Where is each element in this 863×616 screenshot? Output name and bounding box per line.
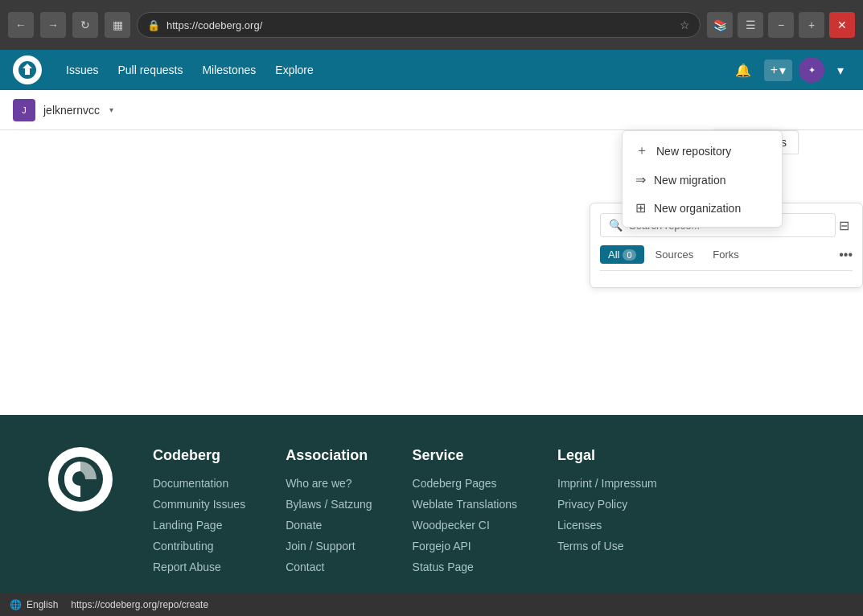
footer-columns: Codeberg Documentation Community Issues …: [153, 447, 823, 581]
user-menu-button[interactable]: ▾: [831, 58, 850, 83]
nav-milestones[interactable]: Milestones: [194, 59, 264, 81]
maximize-button[interactable]: +: [799, 12, 824, 38]
all-count: 0: [623, 249, 635, 261]
avatar-letter: J: [22, 105, 27, 115]
list-item: Licenses: [557, 519, 657, 532]
browser-chrome: ← → ↻ ▦ 🔒 https://codeberg.org/ ☆ 📚 ☰ − …: [0, 0, 863, 50]
list-item: Who are we?: [286, 477, 372, 490]
main-nav: Issues Pull requests Milestones Explore: [58, 59, 713, 81]
footer-col-codeberg: Codeberg Documentation Community Issues …: [153, 447, 245, 581]
notification-button[interactable]: 🔔: [729, 58, 758, 83]
new-migration-item[interactable]: ⇒ New migration: [623, 166, 782, 194]
list-item: Contributing: [153, 540, 245, 552]
address-bar[interactable]: 🔒 https://codeberg.org/ ☆: [137, 12, 701, 38]
avatar-icon: ✦: [808, 65, 816, 76]
user-avatar-button[interactable]: ✦: [799, 57, 824, 83]
footer-link-imprint[interactable]: Imprint / Impressum: [557, 477, 657, 490]
footer-link-status[interactable]: Status Page: [413, 561, 474, 573]
search-icon: 🔍: [609, 219, 623, 232]
footer-link-codeberg-pages[interactable]: Codeberg Pages: [413, 477, 497, 490]
main-content: Repositories ＋ New repository ⇒ New migr…: [0, 130, 863, 415]
user-avatar-small: J: [13, 99, 35, 121]
tab-sources[interactable]: Sources: [647, 245, 702, 264]
footer-link-documentation[interactable]: Documentation: [153, 477, 228, 490]
plus-square-icon: ＋: [635, 142, 648, 159]
bookmarks-button[interactable]: 📚: [707, 12, 733, 38]
footer-link-who-are-we[interactable]: Who are we?: [286, 477, 351, 490]
plus-icon: +: [771, 63, 778, 77]
footer-heading-service: Service: [413, 447, 517, 464]
list-item: Status Page: [413, 561, 517, 573]
create-button[interactable]: + ▾: [764, 60, 792, 81]
footer-link-licenses[interactable]: Licenses: [557, 519, 602, 532]
new-migration-label: New migration: [654, 174, 725, 187]
hamburger-button[interactable]: ☰: [738, 12, 763, 38]
footer-link-privacy[interactable]: Privacy Policy: [557, 498, 627, 511]
footer-link-woodpecker[interactable]: Woodpecker CI: [413, 519, 490, 532]
status-url: https://codeberg.org/repo/create: [71, 599, 208, 610]
status-bar: 🌐 English https://codeberg.org/repo/crea…: [0, 593, 863, 616]
footer-link-donate[interactable]: Donate: [286, 519, 322, 532]
bookmark-icon[interactable]: ☆: [680, 18, 690, 31]
new-tab-button[interactable]: ▦: [105, 12, 130, 38]
footer-list-service: Codeberg Pages Weblate Translations Wood…: [413, 477, 517, 573]
new-repository-label: New repository: [656, 145, 731, 158]
header-right: 🔔 + ▾ ✦ ▾: [729, 57, 850, 83]
new-organization-item[interactable]: ⊞ New organization: [623, 194, 782, 222]
footer-heading-legal: Legal: [557, 447, 657, 464]
nav-pull-requests[interactable]: Pull requests: [109, 59, 191, 81]
list-item: Imprint / Impressum: [557, 477, 657, 490]
filter-button[interactable]: ⊟: [836, 215, 853, 236]
footer-link-contact[interactable]: Contact: [286, 561, 324, 573]
forward-button[interactable]: →: [40, 12, 66, 38]
new-organization-label: New organization: [654, 202, 741, 215]
username-dropdown-arrow[interactable]: ▾: [109, 105, 113, 114]
close-button[interactable]: ✕: [829, 12, 855, 38]
footer-heading-codeberg: Codeberg: [153, 447, 245, 464]
sub-header: J jelknernvcc ▾: [0, 90, 863, 130]
organization-icon: ⊞: [635, 200, 646, 216]
footer-inner: Codeberg Documentation Community Issues …: [40, 447, 823, 581]
footer-link-landing[interactable]: Landing Page: [153, 519, 222, 532]
list-item: Community Issues: [153, 498, 245, 511]
secure-icon: 🔒: [147, 19, 160, 31]
footer-link-join-support[interactable]: Join / Support: [286, 540, 355, 552]
more-tabs-button[interactable]: •••: [839, 248, 853, 262]
footer-list-association: Who are we? Bylaws / Satzung Donate Join…: [286, 477, 372, 573]
list-item: Join / Support: [286, 540, 372, 552]
footer-link-forgejo-api[interactable]: Forgejo API: [413, 540, 471, 552]
footer-link-report-abuse[interactable]: Report Abuse: [153, 561, 221, 573]
footer-list-legal: Imprint / Impressum Privacy Policy Licen…: [557, 477, 657, 552]
list-item: Landing Page: [153, 519, 245, 532]
list-item: Report Abuse: [153, 561, 245, 573]
list-item: Forgejo API: [413, 540, 517, 552]
app-header: Issues Pull requests Milestones Explore …: [0, 50, 863, 90]
reload-button[interactable]: ↻: [72, 12, 98, 38]
footer-link-community-issues[interactable]: Community Issues: [153, 498, 245, 511]
back-button[interactable]: ←: [8, 12, 34, 38]
nav-issues[interactable]: Issues: [58, 59, 106, 81]
list-item: Contact: [286, 561, 372, 573]
footer-link-weblate[interactable]: Weblate Translations: [413, 498, 517, 511]
footer-logo-circle: [48, 447, 113, 511]
app-logo[interactable]: [13, 55, 42, 84]
migration-icon: ⇒: [635, 172, 646, 187]
footer-link-contributing[interactable]: Contributing: [153, 540, 214, 552]
url-display: https://codeberg.org/: [166, 19, 673, 31]
list-item: Terms of Use: [557, 540, 657, 552]
new-repository-item[interactable]: ＋ New repository: [623, 136, 782, 166]
tab-all[interactable]: All 0: [600, 245, 644, 264]
footer-col-service: Service Codeberg Pages Weblate Translati…: [413, 447, 517, 581]
tab-forks[interactable]: Forks: [705, 245, 747, 264]
footer-link-bylaws[interactable]: Bylaws / Satzung: [286, 498, 372, 511]
list-item: Woodpecker CI: [413, 519, 517, 532]
language-status[interactable]: 🌐 English: [10, 599, 58, 610]
create-dropdown-menu: ＋ New repository ⇒ New migration ⊞ New o…: [622, 130, 783, 228]
footer-col-association: Association Who are we? Bylaws / Satzung…: [286, 447, 372, 581]
footer-link-terms[interactable]: Terms of Use: [557, 540, 623, 552]
globe-icon: 🌐: [10, 599, 22, 610]
minimize-button[interactable]: −: [768, 12, 794, 38]
footer-list-codeberg: Documentation Community Issues Landing P…: [153, 477, 245, 573]
username-label[interactable]: jelknernvcc: [43, 104, 100, 117]
nav-explore[interactable]: Explore: [267, 59, 321, 81]
